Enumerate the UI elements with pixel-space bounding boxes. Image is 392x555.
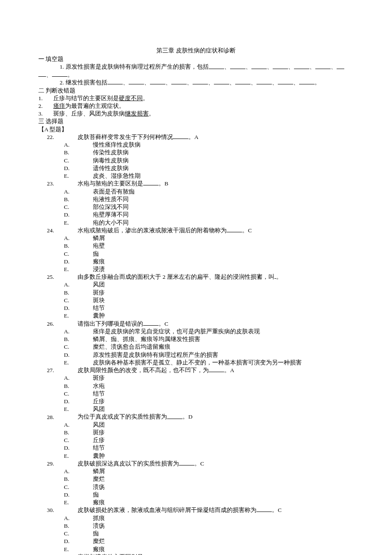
q-num: 28. <box>64 413 78 421</box>
opt-text: 丘疹 <box>93 437 105 443</box>
question-22: 22.皮肤苔藓样变常发生于下列何种情况。A A.慢性瘙痒性皮肤病 B.传染性皮肤… <box>38 133 354 180</box>
blank <box>143 180 159 185</box>
opt-text: 传染性皮肤病 <box>93 149 129 156</box>
opt-text: 结节 <box>93 305 105 311</box>
q-tail: 。D <box>182 414 193 420</box>
blank <box>171 79 187 84</box>
text: 原发性损害是皮肤病特有病理过程所产生的损害，包括 <box>66 64 209 70</box>
opt-text: 抓痕 <box>93 515 105 521</box>
q-tail: 。C <box>194 460 204 467</box>
blank <box>315 63 331 69</box>
opt-text: 浸渍 <box>93 266 105 272</box>
blank <box>257 506 272 512</box>
blank <box>273 63 288 69</box>
opt-text: 风团 <box>93 281 105 288</box>
q-stem: 皮肤局限性颜色的改变，既不高起，也不凹下，为 <box>78 367 209 373</box>
blank <box>294 63 309 69</box>
q-num: 24. <box>64 227 78 234</box>
text: 。 <box>143 95 149 101</box>
q-tail: 。C <box>242 227 252 234</box>
blank <box>299 79 314 84</box>
opt-text: 斑疹 <box>93 429 105 436</box>
blank <box>179 460 194 465</box>
opt-text: 囊肿 <box>93 312 105 319</box>
opt-label: A. <box>81 374 93 382</box>
opt-label: E. <box>81 219 93 227</box>
opt-text: 水疱 <box>93 383 105 389</box>
opt-text: 糜烂 <box>93 476 105 482</box>
opt-label: D. <box>81 165 93 172</box>
question-23: 23.水疱与脓疱的主要区别是。B A.表面是否有脓痂 B.疱液性质不同 C.部位… <box>38 180 354 226</box>
opt-text: 鳞屑 <box>93 235 105 241</box>
blank <box>150 79 165 84</box>
num: 3. <box>38 110 52 118</box>
blank <box>143 320 159 326</box>
opt-label: E. <box>81 405 93 413</box>
opt-text: 糜烂、溃疡愈合后均遗留瘢痕 <box>93 344 170 350</box>
a-type-label: 【A 型题】 <box>38 126 354 133</box>
opt-label: B. <box>81 522 93 530</box>
q-stem: 皮肤破损处的浆液，脓液或血液与组织碎屑干燥凝结而成的损害称为 <box>78 507 257 513</box>
chapter-title: 第三章 皮肤性病的症状和诊断 <box>38 47 354 55</box>
opt-text: 痂 <box>93 251 99 257</box>
num: 1. <box>38 95 52 102</box>
q-stem: 皮肤破损深达真皮以下的实质性损害为 <box>78 460 179 467</box>
opt-label: B. <box>81 242 93 250</box>
opt-label: D. <box>81 491 93 499</box>
fill-blank-1-cont: 、。 <box>38 71 354 79</box>
blank <box>209 367 224 372</box>
blank <box>52 71 67 77</box>
question-30: 30.皮肤破损处的浆液，脓液或血液与组织碎屑干燥凝结而成的损害称为。C A.抓痕… <box>38 506 354 553</box>
opt-label: A. <box>81 328 93 335</box>
opt-text: 丘疹 <box>93 398 105 405</box>
opt-label: E. <box>81 312 93 320</box>
question-29: 29.皮肤破损深达真皮以下的实质性损害为。C A.鳞屑 B.糜烂 C.溃疡 D.… <box>38 460 354 506</box>
blank <box>235 79 251 84</box>
q-num: 27. <box>64 367 78 374</box>
opt-text: 囊肿 <box>93 453 105 459</box>
underline-text: 瘙痒 <box>53 103 65 109</box>
opt-text: 瘢痕 <box>93 546 105 552</box>
opt-label: D. <box>81 444 93 452</box>
opt-label: E. <box>81 546 93 553</box>
opt-text: 皮炎、湿疹急性期 <box>93 173 141 179</box>
opt-label: B. <box>81 196 93 203</box>
fill-blank-1: 1. 原发性损害是皮肤病特有病理过程所产生的损害，包括、、、、、、 <box>38 63 354 71</box>
section-3-head: 三 选择题 <box>38 118 354 125</box>
opt-label: C. <box>81 297 93 304</box>
q-tail: 。C <box>159 321 168 327</box>
opt-text: 结节 <box>93 445 105 451</box>
opt-text: 疱壁厚薄不同 <box>93 211 129 218</box>
opt-label: D. <box>81 258 93 266</box>
opt-label: C. <box>81 436 93 444</box>
opt-text: 鳞屑、痂、抓痕、瘢痕等均属继发性损害 <box>93 336 200 342</box>
opt-label: C. <box>81 157 93 165</box>
opt-label: D. <box>81 538 93 545</box>
opt-text: 痂 <box>93 491 99 498</box>
q-num: 31. <box>64 553 78 555</box>
opt-text: 疱壁 <box>93 243 105 249</box>
blank <box>107 79 123 84</box>
section-2-head: 二 判断改错题 <box>38 87 354 95</box>
blank <box>337 63 344 69</box>
blank <box>173 133 188 139</box>
blank <box>278 79 293 84</box>
opt-text: 瘢痕 <box>93 258 105 265</box>
q-stem: 为位于真皮或皮下的实质性损害为 <box>78 414 167 420</box>
opt-label: B. <box>81 429 93 436</box>
opt-text: 溃疡 <box>93 523 105 529</box>
opt-text: 鳞屑 <box>93 468 105 474</box>
q-tail: 。A <box>224 367 234 373</box>
opt-text: 斑疹 <box>93 289 105 296</box>
blank <box>209 63 224 69</box>
text: 。 <box>149 110 155 117</box>
judge-1: 1. 丘疹与结节的主要区别是硬度不同。 <box>38 95 354 102</box>
opt-label: D. <box>81 351 93 359</box>
opt-label: D. <box>81 211 93 219</box>
opt-text: 慢性瘙痒性皮肤病 <box>93 142 141 148</box>
question-26: 26.请指出下列哪项是错误的。C A.瘙痒是皮肤病的常见自觉症状，也可是内脏严重… <box>38 320 354 367</box>
text: 继发性损害包括 <box>66 79 107 86</box>
opt-text: 瘙痒是皮肤病的常见自觉症状，也可是内脏严重疾病的皮肤表现 <box>93 328 260 335</box>
opt-text: 病毒性皮肤病 <box>93 157 129 164</box>
num: 1. <box>60 64 64 70</box>
